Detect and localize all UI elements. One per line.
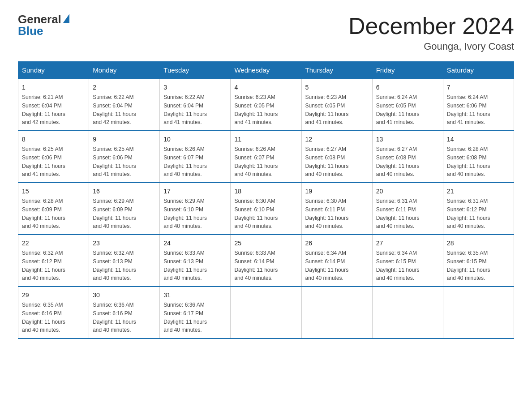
calendar-week-row: 1Sunrise: 6:21 AMSunset: 6:04 PMDaylight… [18, 79, 514, 131]
day-number: 21 [447, 187, 510, 196]
calendar-cell: 8Sunrise: 6:25 AMSunset: 6:06 PMDaylight… [18, 131, 89, 183]
logo-triangle-icon [63, 14, 69, 23]
day-number: 3 [163, 83, 227, 92]
month-title: December 2024 [348, 13, 514, 39]
column-header-wednesday: Wednesday [231, 62, 301, 79]
day-number: 5 [305, 83, 369, 92]
calendar-cell: 20Sunrise: 6:31 AMSunset: 6:11 PMDayligh… [372, 183, 443, 235]
day-number: 28 [447, 239, 510, 248]
day-number: 4 [234, 83, 297, 92]
calendar-cell: 24Sunrise: 6:33 AMSunset: 6:13 PMDayligh… [160, 235, 231, 287]
day-info: Sunrise: 6:35 AMSunset: 6:16 PMDaylight:… [22, 302, 65, 333]
logo-blue-text: Blue [18, 25, 43, 37]
column-header-saturday: Saturday [443, 62, 514, 79]
day-info: Sunrise: 6:28 AMSunset: 6:08 PMDaylight:… [447, 146, 490, 177]
calendar-cell: 16Sunrise: 6:29 AMSunset: 6:09 PMDayligh… [89, 183, 160, 235]
calendar-cell: 26Sunrise: 6:34 AMSunset: 6:14 PMDayligh… [301, 235, 372, 287]
calendar-cell: 13Sunrise: 6:27 AMSunset: 6:08 PMDayligh… [372, 131, 443, 183]
column-header-friday: Friday [372, 62, 443, 79]
calendar-cell: 17Sunrise: 6:29 AMSunset: 6:10 PMDayligh… [160, 183, 231, 235]
location-subtitle: Gounga, Ivory Coast [348, 41, 514, 52]
day-number: 18 [234, 187, 297, 196]
day-number: 6 [376, 83, 439, 92]
calendar-cell: 30Sunrise: 6:36 AMSunset: 6:16 PMDayligh… [89, 287, 160, 338]
day-info: Sunrise: 6:25 AMSunset: 6:06 PMDaylight:… [93, 146, 136, 177]
calendar-cell: 4Sunrise: 6:23 AMSunset: 6:05 PMDaylight… [231, 79, 301, 131]
day-info: Sunrise: 6:26 AMSunset: 6:07 PMDaylight:… [234, 146, 278, 177]
calendar-cell: 11Sunrise: 6:26 AMSunset: 6:07 PMDayligh… [231, 131, 301, 183]
day-info: Sunrise: 6:27 AMSunset: 6:08 PMDaylight:… [376, 146, 420, 177]
day-number: 12 [305, 135, 369, 144]
calendar-cell [372, 287, 443, 338]
day-info: Sunrise: 6:30 AMSunset: 6:10 PMDaylight:… [234, 198, 278, 229]
calendar-cell: 28Sunrise: 6:35 AMSunset: 6:15 PMDayligh… [443, 235, 514, 287]
day-number: 31 [163, 291, 227, 300]
calendar-cell: 2Sunrise: 6:22 AMSunset: 6:04 PMDaylight… [89, 79, 160, 131]
day-number: 27 [376, 239, 439, 248]
calendar-week-row: 29Sunrise: 6:35 AMSunset: 6:16 PMDayligh… [18, 287, 514, 338]
logo: General Blue [18, 13, 69, 37]
calendar-header-row: SundayMondayTuesdayWednesdayThursdayFrid… [18, 62, 514, 79]
day-info: Sunrise: 6:29 AMSunset: 6:09 PMDaylight:… [93, 198, 136, 229]
day-info: Sunrise: 6:24 AMSunset: 6:06 PMDaylight:… [447, 94, 490, 125]
calendar-cell: 25Sunrise: 6:33 AMSunset: 6:14 PMDayligh… [231, 235, 301, 287]
day-info: Sunrise: 6:22 AMSunset: 6:04 PMDaylight:… [93, 94, 136, 125]
day-info: Sunrise: 6:33 AMSunset: 6:14 PMDaylight:… [234, 250, 278, 281]
calendar-cell [443, 287, 514, 338]
day-info: Sunrise: 6:33 AMSunset: 6:13 PMDaylight:… [163, 250, 207, 281]
day-info: Sunrise: 6:23 AMSunset: 6:05 PMDaylight:… [234, 94, 278, 125]
calendar-cell: 10Sunrise: 6:26 AMSunset: 6:07 PMDayligh… [160, 131, 231, 183]
calendar-cell: 5Sunrise: 6:23 AMSunset: 6:05 PMDaylight… [301, 79, 372, 131]
day-number: 17 [163, 187, 227, 196]
day-number: 29 [22, 291, 85, 300]
column-header-monday: Monday [89, 62, 160, 79]
column-header-tuesday: Tuesday [160, 62, 231, 79]
day-info: Sunrise: 6:25 AMSunset: 6:06 PMDaylight:… [22, 146, 65, 177]
calendar-cell: 14Sunrise: 6:28 AMSunset: 6:08 PMDayligh… [443, 131, 514, 183]
day-info: Sunrise: 6:36 AMSunset: 6:17 PMDaylight:… [163, 302, 207, 333]
day-info: Sunrise: 6:23 AMSunset: 6:05 PMDaylight:… [305, 94, 349, 125]
calendar-table: SundayMondayTuesdayWednesdayThursdayFrid… [18, 61, 514, 339]
calendar-cell: 23Sunrise: 6:32 AMSunset: 6:13 PMDayligh… [89, 235, 160, 287]
day-info: Sunrise: 6:31 AMSunset: 6:12 PMDaylight:… [447, 198, 490, 229]
day-info: Sunrise: 6:27 AMSunset: 6:08 PMDaylight:… [305, 146, 349, 177]
calendar-cell: 15Sunrise: 6:28 AMSunset: 6:09 PMDayligh… [18, 183, 89, 235]
day-number: 24 [163, 239, 227, 248]
day-number: 22 [22, 239, 85, 248]
day-number: 23 [93, 239, 156, 248]
column-header-sunday: Sunday [18, 62, 89, 79]
day-number: 14 [447, 135, 510, 144]
day-number: 1 [22, 83, 85, 92]
day-info: Sunrise: 6:29 AMSunset: 6:10 PMDaylight:… [163, 198, 207, 229]
calendar-cell [301, 287, 372, 338]
calendar-week-row: 8Sunrise: 6:25 AMSunset: 6:06 PMDaylight… [18, 131, 514, 183]
calendar-cell: 21Sunrise: 6:31 AMSunset: 6:12 PMDayligh… [443, 183, 514, 235]
day-number: 16 [93, 187, 156, 196]
day-number: 15 [22, 187, 85, 196]
day-info: Sunrise: 6:22 AMSunset: 6:04 PMDaylight:… [163, 94, 207, 125]
calendar-cell: 1Sunrise: 6:21 AMSunset: 6:04 PMDaylight… [18, 79, 89, 131]
day-number: 8 [22, 135, 85, 144]
day-info: Sunrise: 6:34 AMSunset: 6:15 PMDaylight:… [376, 250, 420, 281]
day-number: 25 [234, 239, 297, 248]
day-number: 26 [305, 239, 369, 248]
calendar-week-row: 15Sunrise: 6:28 AMSunset: 6:09 PMDayligh… [18, 183, 514, 235]
calendar-cell: 3Sunrise: 6:22 AMSunset: 6:04 PMDaylight… [160, 79, 231, 131]
calendar-cell: 6Sunrise: 6:24 AMSunset: 6:05 PMDaylight… [372, 79, 443, 131]
day-info: Sunrise: 6:28 AMSunset: 6:09 PMDaylight:… [22, 198, 65, 229]
calendar-cell: 7Sunrise: 6:24 AMSunset: 6:06 PMDaylight… [443, 79, 514, 131]
calendar-cell: 19Sunrise: 6:30 AMSunset: 6:11 PMDayligh… [301, 183, 372, 235]
calendar-cell: 18Sunrise: 6:30 AMSunset: 6:10 PMDayligh… [231, 183, 301, 235]
day-number: 30 [93, 291, 156, 300]
title-section: December 2024 Gounga, Ivory Coast [348, 13, 514, 52]
day-number: 19 [305, 187, 369, 196]
calendar-cell [231, 287, 301, 338]
day-info: Sunrise: 6:32 AMSunset: 6:12 PMDaylight:… [22, 250, 65, 281]
day-info: Sunrise: 6:36 AMSunset: 6:16 PMDaylight:… [93, 302, 136, 333]
day-info: Sunrise: 6:24 AMSunset: 6:05 PMDaylight:… [376, 94, 420, 125]
column-header-thursday: Thursday [301, 62, 372, 79]
day-info: Sunrise: 6:34 AMSunset: 6:14 PMDaylight:… [305, 250, 349, 281]
day-number: 10 [163, 135, 227, 144]
calendar-cell: 12Sunrise: 6:27 AMSunset: 6:08 PMDayligh… [301, 131, 372, 183]
page-header: General Blue December 2024 Gounga, Ivory… [18, 13, 514, 52]
